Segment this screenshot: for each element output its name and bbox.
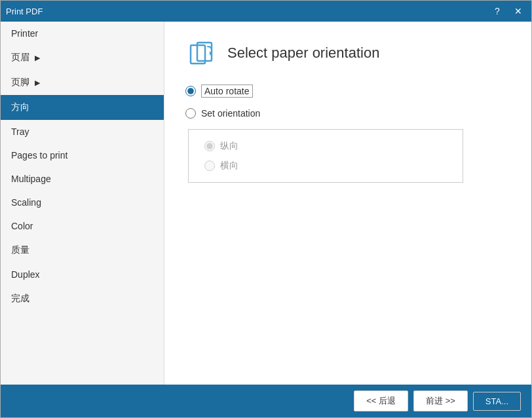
sidebar-item-printer[interactable]: Printer [1,22,164,45]
back-button[interactable]: << 后退 [354,390,408,411]
auto-rotate-radio[interactable] [185,86,196,96]
portrait-radio [204,141,215,151]
sidebar-item-wan-cheng[interactable]: 完成 [1,286,164,311]
page-title: Select paper orientation [227,45,379,62]
next-button[interactable]: 前进 >> [413,390,468,411]
footer: << 后退 前进 >> STA... [1,385,531,417]
sidebar-item-ye-mei[interactable]: 页眉 ▶ [1,45,164,70]
landscape-label: 横向 [220,160,238,172]
content-area: Select paper orientation Auto rotate Set… [164,22,531,385]
sidebar-item-tray[interactable]: Tray [1,120,164,143]
portrait-label: 纵向 [220,140,238,152]
arrow-icon: ▶ [35,79,40,86]
orientation-icon [185,37,217,69]
set-orientation-radio[interactable] [185,108,196,119]
landscape-option: 横向 [204,160,447,172]
titlebar-buttons: ? ✕ [489,3,526,19]
sidebar: Printer 页眉 ▶ 页脚 ▶ 方向 Tray Pages to print… [1,22,164,385]
portrait-option: 纵向 [204,140,447,152]
page-header: Select paper orientation [185,37,510,69]
sidebar-item-color[interactable]: Color [1,214,164,238]
auto-rotate-option[interactable]: Auto rotate [185,85,510,98]
options-section: Auto rotate Set orientation 纵向 横向 [185,85,510,183]
landscape-radio [204,161,215,171]
start-button[interactable]: STA... [473,392,521,411]
auto-rotate-label: Auto rotate [201,85,253,98]
window-title: Print PDF [6,7,43,16]
sidebar-item-ye-jiao[interactable]: 页脚 ▶ [1,70,164,95]
titlebar: Print PDF ? ✕ [1,1,531,22]
sidebar-item-fang-xiang[interactable]: 方向 [1,95,164,120]
arrow-icon: ▶ [35,54,40,62]
sidebar-item-multipage[interactable]: Multipage [1,167,164,191]
help-button[interactable]: ? [489,3,505,19]
print-pdf-window: Print PDF ? ✕ Printer 页眉 ▶ 页脚 ▶ 方向 Tra [0,0,532,418]
sidebar-item-zhi-liang[interactable]: 质量 [1,238,164,263]
set-orientation-option[interactable]: Set orientation [185,108,510,119]
main-content: Printer 页眉 ▶ 页脚 ▶ 方向 Tray Pages to print… [1,22,531,385]
sidebar-item-duplex[interactable]: Duplex [1,263,164,286]
set-orientation-label: Set orientation [201,108,260,119]
sub-options-box: 纵向 横向 [188,129,463,183]
sidebar-item-pages-to-print[interactable]: Pages to print [1,143,164,167]
sidebar-item-scaling[interactable]: Scaling [1,191,164,214]
close-button[interactable]: ✕ [510,3,526,19]
